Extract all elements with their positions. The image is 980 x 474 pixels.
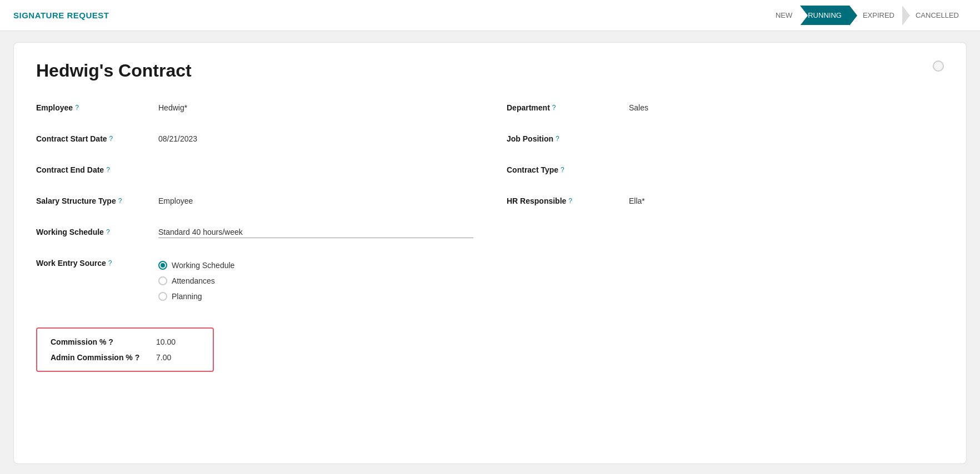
right-column: Department ? Sales Job Position ? — [507, 103, 944, 372]
commission-box: Commission % ? 10.00 Admin Commission % … — [36, 327, 214, 372]
radio-planning-label: Planning — [172, 292, 202, 301]
employee-row: Employee ? Hedwig* — [36, 103, 473, 121]
department-help-icon[interactable]: ? — [552, 104, 556, 112]
main-content: Hedwig's Contract Employee ? Hedwig* — [0, 31, 980, 474]
app-container: SIGNATURE REQUEST NEWRUNNINGEXPIREDCANCE… — [0, 0, 980, 474]
hr-responsible-row: HR Responsible ? Ella* — [507, 196, 944, 214]
contract-type-label: Contract Type ? — [507, 165, 629, 174]
employee-help-icon[interactable]: ? — [75, 104, 79, 112]
pipeline-step-expired[interactable]: EXPIRED — [849, 6, 902, 25]
contract-start-date-value: 08/21/2023 — [158, 134, 473, 143]
radio-working-schedule-circle — [158, 261, 167, 270]
radio-attendances-circle — [158, 276, 167, 285]
admin-commission-pct-label: Admin Commission % ? — [51, 353, 156, 362]
employee-value: Hedwig* — [158, 103, 473, 112]
contract-end-date-help-icon[interactable]: ? — [106, 166, 110, 174]
hr-responsible-label: HR Responsible ? — [507, 196, 629, 205]
job-position-label: Job Position ? — [507, 134, 629, 143]
pipeline-step-new[interactable]: NEW — [762, 6, 800, 25]
form-card: Hedwig's Contract Employee ? Hedwig* — [13, 42, 967, 464]
left-column: Employee ? Hedwig* Contract Start Date ?… — [36, 103, 473, 372]
commission-pct-help-icon[interactable]: ? — [108, 337, 113, 346]
form-title: Hedwig's Contract — [36, 60, 944, 81]
contract-start-date-help-icon[interactable]: ? — [109, 135, 113, 143]
form-body: Employee ? Hedwig* Contract Start Date ?… — [36, 103, 944, 372]
admin-commission-pct-row: Admin Commission % ? 7.00 — [51, 353, 199, 362]
commission-pct-label: Commission % ? — [51, 337, 156, 346]
contract-end-date-row: Contract End Date ? — [36, 165, 473, 183]
radio-working-schedule-label: Working Schedule — [172, 261, 234, 270]
pipeline-step-cancelled[interactable]: CANCELLED — [902, 6, 967, 25]
work-entry-source-help-icon[interactable]: ? — [108, 259, 112, 267]
hr-responsible-value: Ella* — [629, 196, 944, 205]
radio-planning-circle — [158, 292, 167, 301]
commission-pct-row: Commission % ? 10.00 — [51, 337, 199, 346]
salary-structure-type-row: Salary Structure Type ? Employee — [36, 196, 473, 214]
employee-label: Employee ? — [36, 103, 158, 112]
radio-attendances-label: Attendances — [172, 276, 215, 285]
work-entry-source-label: Work Entry Source ? — [36, 259, 158, 268]
job-position-help-icon[interactable]: ? — [556, 135, 559, 143]
status-circle[interactable] — [933, 60, 944, 72]
pipeline-steps: NEWRUNNINGEXPIREDCANCELLED — [762, 6, 967, 25]
radio-attendances[interactable]: Attendances — [158, 276, 234, 285]
working-schedule-value[interactable]: Standard 40 hours/week — [158, 228, 473, 238]
work-entry-source-radio-group: Working Schedule Attendances Planning — [158, 261, 234, 301]
working-schedule-help-icon[interactable]: ? — [106, 228, 110, 236]
admin-commission-pct-value: 7.00 — [156, 353, 171, 362]
contract-type-help-icon[interactable]: ? — [561, 166, 564, 174]
job-position-row: Job Position ? — [507, 134, 944, 152]
radio-working-schedule[interactable]: Working Schedule — [158, 261, 234, 270]
working-schedule-row: Working Schedule ? Standard 40 hours/wee… — [36, 228, 473, 245]
admin-commission-pct-help-icon[interactable]: ? — [135, 353, 140, 362]
radio-planning[interactable]: Planning — [158, 292, 234, 301]
nav-brand: SIGNATURE REQUEST — [13, 11, 109, 20]
top-nav: SIGNATURE REQUEST NEWRUNNINGEXPIREDCANCE… — [0, 0, 980, 31]
contract-type-row: Contract Type ? — [507, 165, 944, 183]
salary-structure-type-help-icon[interactable]: ? — [118, 197, 122, 205]
salary-structure-type-label: Salary Structure Type ? — [36, 196, 158, 205]
contract-end-date-label: Contract End Date ? — [36, 165, 158, 174]
department-row: Department ? Sales — [507, 103, 944, 121]
department-label: Department ? — [507, 103, 629, 112]
pipeline-step-running[interactable]: RUNNING — [800, 6, 849, 25]
working-schedule-label: Working Schedule ? — [36, 228, 158, 236]
commission-pct-value: 10.00 — [156, 337, 176, 346]
salary-structure-type-value: Employee — [158, 196, 473, 205]
contract-start-date-label: Contract Start Date ? — [36, 134, 158, 143]
hr-responsible-help-icon[interactable]: ? — [568, 197, 572, 205]
contract-start-date-row: Contract Start Date ? 08/21/2023 — [36, 134, 473, 152]
department-value: Sales — [629, 103, 944, 112]
work-entry-source-row: Work Entry Source ? Working Schedule — [36, 259, 473, 301]
